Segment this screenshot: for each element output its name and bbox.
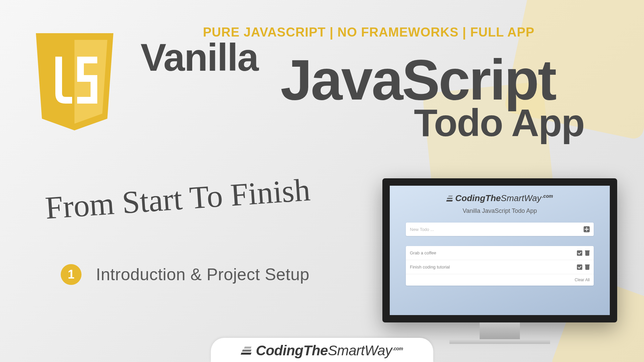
monitor-base (449, 339, 550, 344)
preview-app-title: Vanilla JavaScript Todo App (463, 207, 537, 215)
complete-checkbox-icon[interactable] (577, 250, 582, 256)
brand-bars-icon (241, 347, 251, 355)
subtitle-script: From Start To Finish (44, 171, 311, 227)
add-todo-icon[interactable] (584, 226, 590, 232)
delete-trash-icon[interactable] (585, 250, 590, 256)
episode-title: Introduction & Project Setup (96, 265, 310, 284)
todo-item-text: Finish coding tutorial (410, 264, 450, 269)
new-todo-input[interactable]: New Todo ... (406, 223, 594, 236)
new-todo-placeholder: New Todo ... (410, 227, 434, 232)
preview-brand-bold: CodingThe (455, 193, 501, 203)
brand-bars-icon (446, 195, 452, 201)
todo-item: Finish coding tutorial (406, 260, 594, 274)
monitor-stand (480, 322, 520, 339)
footer-brand-text: CodingTheSmartWay.com (256, 343, 403, 359)
monitor-screen: CodingTheSmartWay.com Vanilla JavaScript… (382, 178, 617, 322)
episode-number: 1 (68, 267, 74, 282)
todo-item: Grab a coffee (406, 246, 594, 260)
title-line-3: Todo App (414, 101, 584, 145)
preview-brand-tld: .com (542, 193, 553, 199)
javascript-logo-icon (32, 33, 117, 132)
todo-list: Grab a coffee Finish coding tutorial Cle… (406, 246, 594, 286)
thumbnail-canvas: PURE JAVASCRIPT | NO FRAMEWORKS | FULL A… (0, 0, 644, 362)
episode-number-badge: 1 (61, 264, 82, 285)
brand-tld: .com (393, 346, 403, 351)
clear-all-button[interactable]: Clear All (406, 274, 594, 286)
preview-brand: CodingTheSmartWay.com (446, 193, 553, 203)
delete-trash-icon[interactable] (585, 264, 590, 270)
footer-brand-pill: CodingTheSmartWay.com (211, 338, 433, 362)
app-preview-monitor: CodingTheSmartWay.com Vanilla JavaScript… (382, 178, 617, 344)
preview-brand-text: CodingTheSmartWay.com (455, 193, 553, 203)
brand-thin: SmartWay (328, 343, 392, 358)
todo-item-text: Grab a coffee (410, 250, 436, 255)
preview-brand-thin: SmartWay (501, 193, 541, 203)
title-line-1: Vanilla (141, 35, 258, 79)
complete-checkbox-icon[interactable] (577, 264, 582, 270)
brand-bold: CodingThe (256, 343, 328, 358)
